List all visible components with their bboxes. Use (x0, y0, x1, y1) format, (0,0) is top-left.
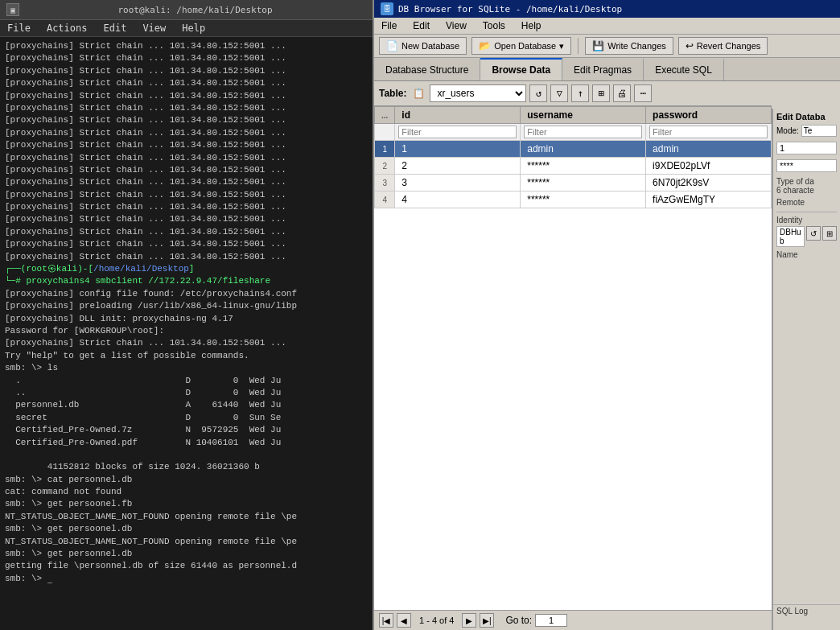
filter-row-num (375, 124, 395, 141)
data-table: ... id username password (374, 106, 772, 208)
filter-id-input[interactable] (398, 126, 517, 138)
terminal-line: [proxychains] DLL init: proxychains-ng 4… (5, 313, 368, 325)
filter-username-cell (521, 124, 646, 141)
last-page-button[interactable]: ▶| (480, 613, 494, 628)
filter-password-cell (646, 124, 772, 141)
more-button[interactable]: ⋯ (634, 84, 652, 102)
terminal-line: [proxychains] Strict chain ... 101.34.80… (5, 90, 368, 102)
print-button[interactable]: 🖨 (613, 84, 631, 102)
db-menu-file[interactable]: File (379, 19, 399, 32)
table-label: Table: (379, 88, 406, 99)
mode-label: Mode: (776, 126, 799, 135)
table-toolbar: Table: 📋 xr_users ↺ ▽ ↑ ⊞ 🖨 ⋯ (374, 81, 772, 106)
table-row[interactable]: 1 1 admin admin (375, 141, 772, 158)
cell-id[interactable]: 3 (395, 175, 521, 191)
table-select[interactable]: xr_users (430, 84, 526, 102)
edit-mask-display: **** (776, 159, 837, 172)
tab-execute-sql[interactable]: Execute SQL (644, 58, 724, 80)
terminal-line: smb: \> ls (5, 362, 368, 374)
new-record-button[interactable]: ↑ (571, 84, 589, 102)
identity-refresh-btn[interactable]: ↺ (806, 226, 821, 241)
terminal-menu-help[interactable]: Help (179, 22, 208, 35)
table-row[interactable]: 4 4 ****** fiAzGwEMgTY (375, 191, 772, 208)
terminal-line: NT_STATUS_OBJECT_NAME_NOT_FOUND opening … (5, 536, 368, 548)
next-page-button[interactable]: ▶ (462, 613, 476, 628)
filter-username-input[interactable] (524, 126, 642, 138)
col-id-header[interactable]: id (395, 107, 521, 124)
cell-id[interactable]: 4 (395, 191, 521, 208)
row-num-cell: 1 (375, 141, 395, 158)
terminal-line: smb: \> get personnel.db (5, 548, 368, 560)
terminal-line: [proxychains] preloading /usr/lib/x86_64… (5, 300, 368, 312)
db-menu-edit[interactable]: Edit (410, 19, 432, 32)
identity-action-btn[interactable]: ⊞ (822, 226, 837, 241)
goto-input[interactable] (535, 614, 567, 627)
terminal-line: cat: command not found (5, 486, 368, 498)
remote-section: Remote (776, 198, 837, 207)
terminal-line: [proxychains] Strict chain ... 101.34.80… (5, 114, 368, 126)
tab-database-structure[interactable]: Database Structure (374, 58, 480, 80)
terminal-menu-edit[interactable]: Edit (101, 22, 129, 35)
first-page-button[interactable]: |◀ (379, 613, 393, 628)
terminal-line: [proxychains] Strict chain ... 101.34.80… (5, 201, 368, 213)
terminal-line (5, 449, 368, 461)
new-database-button[interactable]: 📄 New Database (379, 37, 467, 55)
db-title-icon: 🗄 (381, 2, 393, 15)
write-changes-button[interactable]: 💾 Write Changes (585, 37, 673, 55)
row-num-cell: 2 (375, 158, 395, 175)
open-database-button[interactable]: 📂 Open Database ▾ (471, 37, 571, 55)
edit-panel-title: Edit Databa (776, 112, 837, 121)
pagination: |◀ ◀ 1 - 4 of 4 ▶ ▶| Go to: (374, 610, 772, 630)
terminal-line: [proxychains] Strict chain ... 101.34.80… (5, 189, 368, 201)
terminal-line: [proxychains] Strict chain ... 101.34.80… (5, 52, 368, 64)
edit-value-display: 1 (776, 142, 837, 154)
cell-username[interactable]: admin (521, 141, 646, 158)
delete-record-button[interactable]: ⊞ (592, 84, 610, 102)
table-row[interactable]: 2 2 ****** i9XDE02pLVf (375, 158, 772, 175)
cell-password[interactable]: 6N70jt2K9sV (646, 175, 772, 191)
revert-changes-button[interactable]: ↩ Revert Changes (678, 37, 768, 55)
db-menu-tools[interactable]: Tools (480, 19, 508, 32)
cell-password[interactable]: i9XDE02pLVf (646, 158, 772, 175)
cell-username[interactable]: ****** (521, 175, 646, 191)
terminal-line: [proxychains] Strict chain ... 101.34.80… (5, 226, 368, 238)
db-menu-view[interactable]: View (443, 19, 469, 32)
type-info: Type of da 6 characte (776, 177, 837, 195)
tab-browse-data[interactable]: Browse Data (480, 58, 562, 80)
table-row[interactable]: 3 3 ****** 6N70jt2K9sV (375, 175, 772, 191)
name-section: Name (776, 250, 837, 259)
db-menu-help[interactable]: Help (519, 19, 544, 32)
terminal-line: 41152812 blocks of size 1024. 36021360 b (5, 461, 368, 473)
terminal-line: .. D 0 Wed Ju (5, 387, 368, 399)
terminal-menu-view[interactable]: View (140, 22, 168, 35)
filter-button[interactable]: ▽ (550, 84, 568, 102)
prev-page-button[interactable]: ◀ (397, 613, 411, 628)
row-num-cell: 4 (375, 191, 395, 208)
identity-value: DBHub (776, 226, 805, 247)
terminal-window: ▣ root@kali: /home/kali/Desktop File Act… (0, 0, 373, 630)
filter-password-input[interactable] (649, 126, 768, 138)
edit-row-value: 1 (776, 142, 837, 154)
cell-id[interactable]: 1 (395, 141, 521, 158)
terminal-line: . D 0 Wed Ju (5, 375, 368, 387)
refresh-button[interactable]: ↺ (529, 84, 547, 102)
terminal-line: Certified_Pre-Owned.7z N 9572925 Wed Ju (5, 424, 368, 436)
terminal-menu-actions[interactable]: Actions (44, 22, 90, 35)
terminal-line: Try "help" to get a list of possible com… (5, 350, 368, 362)
cell-username[interactable]: ****** (521, 191, 646, 208)
db-title: DB Browser for SQLite - /home/kali/Deskt… (398, 4, 622, 14)
cell-password[interactable]: fiAzGwEMgTY (646, 191, 772, 208)
dropdown-arrow-icon: ▾ (559, 41, 564, 51)
cell-id[interactable]: 2 (395, 158, 521, 175)
col-password-header[interactable]: password (646, 107, 772, 124)
terminal-line: [proxychains] Strict chain ... 101.34.80… (5, 65, 368, 77)
terminal-line: personnel.db A 61440 Wed Ju (5, 399, 368, 411)
tab-edit-pragmas[interactable]: Edit Pragmas (562, 58, 644, 80)
cell-password[interactable]: admin (646, 141, 772, 158)
toolbar-separator (578, 38, 579, 54)
cell-username[interactable]: ****** (521, 158, 646, 175)
terminal-line: [proxychains] Strict chain ... 101.34.80… (5, 77, 368, 89)
terminal-menu-file[interactable]: File (5, 22, 33, 35)
col-rownum-header: ... (375, 107, 395, 124)
col-username-header[interactable]: username (521, 107, 646, 124)
